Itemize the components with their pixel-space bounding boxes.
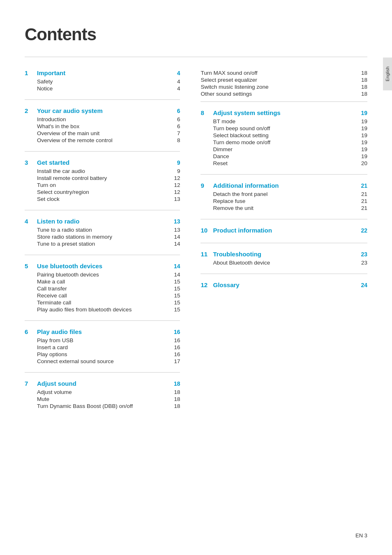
- item-label: Play audio files from bluetooth devices: [37, 306, 172, 313]
- section-header: 3Get started9: [25, 159, 180, 166]
- section-number: 9: [201, 182, 209, 189]
- list-item: Introduction6: [37, 116, 180, 123]
- list-item: Make a call15: [37, 278, 180, 285]
- item-page: 18: [359, 77, 367, 83]
- item-label: Play from USB: [37, 337, 172, 343]
- toc-section: 3Get started9Install the car audio9Insta…: [25, 159, 180, 210]
- section-page: 23: [359, 251, 367, 258]
- list-item: Adjust volume18: [37, 389, 180, 396]
- list-item: Receive call15: [37, 292, 180, 299]
- list-item: Tune to a radio station13: [37, 226, 180, 233]
- list-item: Call transfer15: [37, 285, 180, 292]
- toc-section: 10Product information22: [201, 227, 367, 243]
- item-page: 15: [172, 299, 180, 306]
- sub-items: Introduction6What's in the box6Overview …: [25, 116, 180, 144]
- toc-section: 1Important4Safety4Notice4: [25, 69, 180, 100]
- section-title: Use bluetooth devices: [37, 263, 168, 269]
- list-item: About Bluetooth device23: [213, 259, 367, 266]
- sub-items: About Bluetooth device23: [201, 259, 367, 266]
- list-item: Turn Dynamic Bass Boost (DBB) on/off18: [37, 403, 180, 410]
- item-page: 15: [172, 279, 180, 285]
- item-page: 15: [172, 306, 180, 313]
- list-item: Tune to a preset station14: [37, 240, 180, 247]
- list-item: Safety4: [37, 78, 180, 85]
- sub-items: Safety4Notice4: [25, 78, 180, 92]
- section-page: 19: [359, 110, 367, 116]
- item-page: 18: [172, 403, 180, 409]
- list-item: Play audio files from bluetooth devices1…: [37, 306, 180, 313]
- section-title: Adjust sound: [37, 380, 168, 387]
- contents-layout: 1Important4Safety4Notice42Your car audio…: [25, 69, 367, 424]
- section-title: Your car audio system: [37, 107, 168, 114]
- list-item: Overview of the remote control8: [37, 137, 180, 144]
- section-header: 2Your car audio system6: [25, 107, 180, 114]
- toc-section: 8Adjust system settings19BT mode19Turn b…: [201, 109, 367, 175]
- footer: EN 3: [355, 532, 367, 539]
- sub-items: BT mode19Turn beep sound on/off19Select …: [201, 118, 367, 167]
- item-label: Dimmer: [213, 146, 359, 152]
- item-page: 19: [359, 146, 367, 152]
- item-label: Install remote control battery: [37, 175, 172, 181]
- section-number: 1: [25, 69, 33, 76]
- item-page: 14: [172, 241, 180, 247]
- item-page: 14: [172, 234, 180, 240]
- section-page: 4: [172, 70, 180, 76]
- item-label: Overview of the main unit: [37, 130, 172, 136]
- item-page: 6: [172, 123, 180, 129]
- section-number: 2: [25, 107, 33, 114]
- sub-items: Detach the front panel21Replace fuse21Re…: [201, 191, 367, 212]
- list-item: Insert a card16: [37, 344, 180, 351]
- sub-items: Adjust volume18Mute18Turn Dynamic Bass B…: [25, 389, 180, 410]
- item-label: Make a call: [37, 279, 172, 285]
- section-title: Additional information: [213, 182, 355, 189]
- item-page: 12: [172, 182, 180, 188]
- item-label: Overview of the remote control: [37, 137, 172, 143]
- list-item: Switch music listening zone18: [201, 83, 367, 90]
- section-number: 6: [25, 328, 33, 335]
- item-page: 20: [359, 160, 367, 166]
- item-page: 18: [172, 389, 180, 395]
- item-label: Install the car audio: [37, 168, 172, 174]
- list-item: Other sound settings18: [201, 90, 367, 97]
- list-item: Install remote control battery12: [37, 175, 180, 182]
- item-label: Store radio stations in memory: [37, 234, 172, 240]
- list-item: Connect external sound source17: [37, 358, 180, 365]
- item-label: Switch music listening zone: [201, 84, 359, 90]
- list-item: Pairing bluetooth devices14: [37, 271, 180, 278]
- item-label: Turn demo mode on/off: [213, 139, 359, 145]
- list-item: Mute18: [37, 396, 180, 403]
- section-number: 12: [201, 281, 209, 288]
- item-label: Introduction: [37, 116, 172, 122]
- list-item: Replace fuse21: [213, 198, 367, 205]
- page-title: Contents: [25, 25, 367, 44]
- item-page: 12: [172, 175, 180, 181]
- left-column: 1Important4Safety4Notice42Your car audio…: [25, 69, 196, 424]
- item-page: 18: [172, 396, 180, 402]
- list-item: Turn beep sound on/off19: [213, 125, 367, 132]
- item-label: Turn on: [37, 182, 172, 188]
- item-label: What's in the box: [37, 123, 172, 129]
- item-page: 13: [172, 196, 180, 202]
- item-label: Pairing bluetooth devices: [37, 272, 172, 278]
- item-label: Safety: [37, 78, 172, 85]
- item-page: 9: [172, 168, 180, 174]
- section-page: 18: [172, 380, 180, 387]
- item-page: 18: [359, 91, 367, 97]
- item-label: Other sound settings: [201, 91, 359, 97]
- toc-section: 12Glossary24: [201, 281, 367, 297]
- item-page: 4: [172, 78, 180, 85]
- section-header: 6Play audio files16: [25, 328, 180, 335]
- list-item: Store radio stations in memory14: [37, 233, 180, 240]
- item-label: Notice: [37, 85, 172, 92]
- list-item: Dance19: [213, 153, 367, 160]
- list-item: Select preset equalizer18: [201, 76, 367, 83]
- toc-section: 6Play audio files16Play from USB16Insert…: [25, 328, 180, 373]
- item-page: 7: [172, 130, 180, 136]
- section-title: Glossary: [213, 281, 355, 288]
- item-page: 14: [172, 272, 180, 278]
- section-header: 11Troubleshooting23: [201, 251, 367, 258]
- item-label: Remove the unit: [213, 205, 359, 211]
- item-label: Receive call: [37, 292, 172, 299]
- toc-section: 9Additional information21Detach the fron…: [201, 182, 367, 219]
- item-page: 21: [359, 205, 367, 211]
